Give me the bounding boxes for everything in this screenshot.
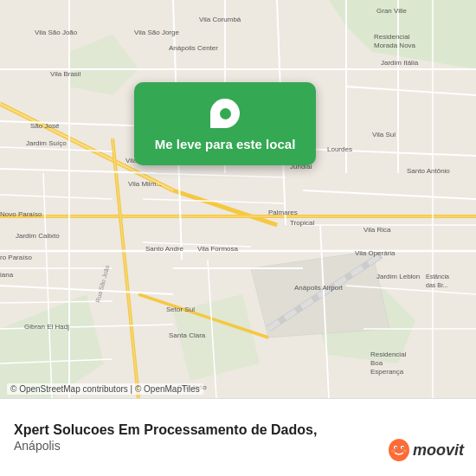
svg-text:Vila São João: Vila São João: [35, 29, 78, 36]
map-popup[interactable]: Me leve para este local: [134, 82, 316, 165]
svg-text:Vila Formosa: Vila Formosa: [197, 245, 239, 253]
svg-point-92: [395, 447, 396, 449]
svg-text:Lourdes: Lourdes: [327, 145, 352, 153]
svg-text:Novo Paraíso: Novo Paraíso: [0, 210, 42, 218]
svg-text:Santo Antônio: Santo Antônio: [407, 167, 450, 175]
svg-text:São José: São José: [30, 122, 60, 130]
svg-text:Boa: Boa: [370, 359, 383, 367]
svg-text:Residencial: Residencial: [370, 351, 407, 358]
svg-text:Santo André: Santo André: [145, 245, 184, 253]
moovit-icon: [387, 438, 411, 462]
svg-text:Vila Sul: Vila Sul: [372, 131, 396, 138]
popup-label: Me leve para este local: [155, 136, 296, 153]
map-container[interactable]: Gran Ville Residencial Morada Nova Jardi…: [0, 0, 476, 398]
svg-point-94: [391, 450, 395, 453]
svg-text:Vila Rica: Vila Rica: [363, 226, 391, 234]
svg-text:Residencial: Residencial: [374, 33, 410, 41]
svg-text:Anápolis Airport: Anápolis Airport: [294, 284, 344, 292]
svg-text:ro Paraíso: ro Paraíso: [0, 254, 32, 261]
svg-text:Jardim Calixto: Jardim Calixto: [16, 232, 60, 240]
svg-text:Esperança: Esperança: [370, 368, 404, 376]
svg-text:Vila Operária: Vila Operária: [355, 249, 396, 257]
moovit-logo: moovit: [387, 438, 464, 462]
svg-text:iana: iana: [0, 271, 14, 279]
map-attribution: © OpenStreetMap contributors | © OpenMap…: [7, 383, 203, 395]
svg-text:Anápolis Center: Anápolis Center: [169, 44, 218, 52]
svg-text:Jardim Leblon: Jardim Leblon: [376, 273, 420, 280]
svg-text:Vila Corumbá: Vila Corumbá: [199, 16, 241, 23]
svg-text:Vila Milm...: Vila Milm...: [128, 180, 162, 188]
moovit-brand-name: moovit: [413, 441, 464, 460]
svg-text:Santa Clara: Santa Clara: [169, 331, 206, 339]
label-gran-ville: Gran Ville: [376, 7, 408, 15]
svg-text:das Br...: das Br...: [426, 282, 448, 288]
place-name: Xpert Solucoes Em Processamento de Dados…: [14, 422, 462, 438]
info-panel: Xpert Solucoes Em Processamento de Dados…: [0, 398, 476, 476]
svg-text:Vila Brasil: Vila Brasil: [50, 70, 81, 78]
svg-text:Setor Sul: Setor Sul: [166, 306, 195, 313]
svg-point-95: [403, 450, 407, 453]
svg-text:Jardim Itália: Jardim Itália: [381, 59, 419, 67]
svg-text:Estância: Estância: [426, 273, 449, 280]
svg-point-93: [402, 447, 403, 449]
svg-text:Vila São Jorge: Vila São Jorge: [134, 29, 179, 36]
svg-text:Gibran El Hadj: Gibran El Hadj: [24, 323, 69, 331]
svg-text:Morada Nova: Morada Nova: [374, 42, 416, 49]
svg-text:Jardim Suíço: Jardim Suíço: [26, 139, 67, 147]
svg-text:Palmares: Palmares: [268, 209, 298, 216]
svg-text:Tropical: Tropical: [290, 219, 314, 227]
